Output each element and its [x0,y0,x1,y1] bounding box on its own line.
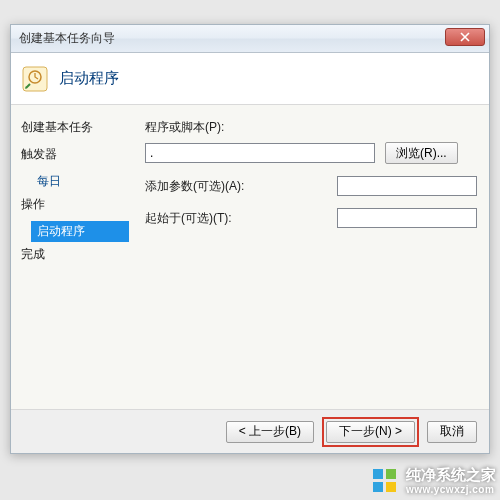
args-input[interactable] [337,176,477,196]
watermark: 纯净系统之家 www.ycwxzj.com [370,466,496,496]
sidebar-item-create-task[interactable]: 创建基本任务 [21,117,129,138]
startin-label: 起始于(可选)(T): [145,210,265,227]
wizard-window: 创建基本任务向导 启动程序 创建基本任务 触发器 每日 操作 启动程序 完成 [10,24,490,454]
form-row-startin: 起始于(可选)(T): [145,208,483,228]
watermark-url: www.ycwxzj.com [406,484,496,495]
form-row-args: 添加参数(可选)(A): [145,176,483,196]
wizard-header: 启动程序 [11,53,489,105]
sidebar: 创建基本任务 触发器 每日 操作 启动程序 完成 [11,105,129,409]
next-button-highlight: 下一步(N) > [322,417,419,447]
titlebar: 创建基本任务向导 [11,25,489,53]
svg-rect-5 [386,482,396,492]
back-button[interactable]: < 上一步(B) [226,421,314,443]
program-label: 程序或脚本(P): [145,119,237,136]
wizard-footer: < 上一步(B) 下一步(N) > 取消 [11,409,489,453]
sidebar-item-finish[interactable]: 完成 [21,244,129,265]
form-area: 程序或脚本(P): 浏览(R)... 添加参数(可选)(A): 起始于(可选)(… [129,105,489,409]
wizard-body: 创建基本任务 触发器 每日 操作 启动程序 完成 程序或脚本(P): 浏览(R)… [11,105,489,409]
browse-button[interactable]: 浏览(R)... [385,142,458,164]
program-input[interactable] [145,143,375,163]
close-icon [460,32,470,42]
watermark-title: 纯净系统之家 [406,467,496,484]
cancel-button[interactable]: 取消 [427,421,477,443]
startin-input[interactable] [337,208,477,228]
page-title: 启动程序 [59,69,119,88]
sidebar-item-action[interactable]: 操作 [21,194,129,215]
sidebar-item-daily[interactable]: 每日 [31,171,129,192]
svg-rect-2 [373,469,383,479]
args-label: 添加参数(可选)(A): [145,178,265,195]
sidebar-item-trigger[interactable]: 触发器 [21,144,129,165]
sidebar-item-start-program[interactable]: 启动程序 [31,221,129,242]
next-button[interactable]: 下一步(N) > [326,421,415,443]
form-row-program: 程序或脚本(P): [145,119,483,136]
watermark-text: 纯净系统之家 www.ycwxzj.com [406,467,496,495]
svg-rect-4 [373,482,383,492]
window-title: 创建基本任务向导 [19,30,115,47]
form-row-program-input: 浏览(R)... [145,142,483,164]
close-button[interactable] [445,28,485,46]
wizard-icon [21,65,49,93]
svg-rect-3 [386,469,396,479]
watermark-logo-icon [370,466,400,496]
